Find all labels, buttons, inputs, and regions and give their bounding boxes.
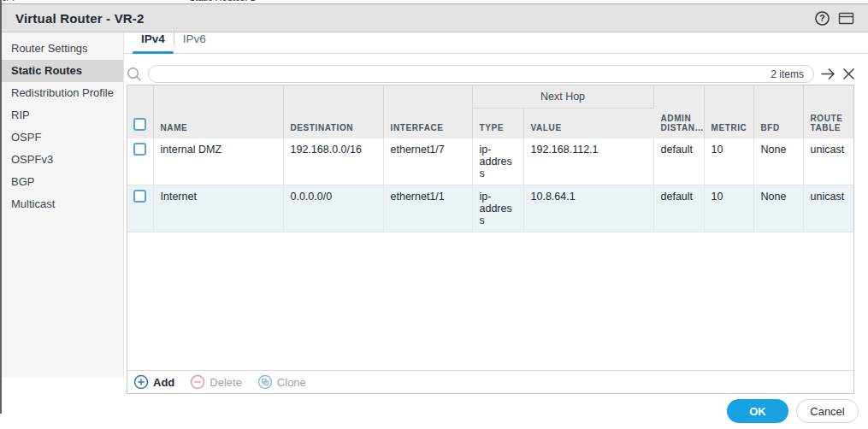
column-header-name[interactable]: NAME	[153, 85, 283, 138]
table-row[interactable]: internal DMZ 192.168.0.0/16 ethernet1/7 …	[127, 138, 853, 185]
background-page-sliver: 0/4 Static Routes: 1	[0, 0, 868, 3]
cell-destination: 192.168.0.0/16	[283, 138, 383, 185]
search-row: 2 items	[127, 65, 855, 83]
sidebar-item-ospf[interactable]: OSPF	[0, 126, 123, 149]
tab-ipv6[interactable]: IPv6	[174, 32, 215, 53]
sidebar-item-static-routes[interactable]: Static Routes	[0, 60, 123, 82]
clone-icon	[257, 374, 273, 390]
column-header-bfd[interactable]: BFD	[753, 85, 803, 138]
sidebar-item-ospfv3[interactable]: OSPFv3	[0, 149, 123, 171]
sidebar-item-multicast[interactable]: Multicast	[0, 193, 123, 215]
clone-button-label: Clone	[277, 376, 306, 389]
help-button[interactable]: ?	[814, 10, 830, 26]
search-icon[interactable]	[127, 67, 142, 82]
cell-destination: 0.0.0.0/0	[283, 185, 383, 232]
column-header-route-table[interactable]: ROUTE TABLE	[803, 85, 853, 138]
static-routes-table: NAME DESTINATION INTERFACE Next Hop ADMI…	[127, 85, 854, 394]
cell-route-table: unicast	[803, 138, 853, 185]
tab-bar: IPv4 IPv6	[124, 32, 868, 54]
add-button[interactable]: Add	[133, 374, 174, 390]
dialog-titlebar: Virtual Router - VR-2 ?	[0, 3, 868, 32]
background-text-fragment: 0/4	[2, 0, 15, 3]
cell-value: 192.168.112.1	[523, 138, 653, 185]
window-button[interactable]	[838, 11, 854, 26]
table-row[interactable]: Internet 0.0.0.0/0 ethernet1/1 ip-addres…	[127, 185, 853, 232]
row-checkbox[interactable]	[133, 143, 146, 156]
cell-name: Internet	[153, 185, 283, 232]
help-icon: ?	[814, 10, 830, 26]
column-header-type[interactable]: TYPE	[472, 108, 523, 138]
delete-minus-icon	[190, 374, 205, 390]
column-header-value[interactable]: VALUE	[523, 108, 653, 138]
window-icon	[838, 11, 854, 26]
clear-filter-x-icon[interactable]	[842, 68, 855, 80]
cancel-button[interactable]: Cancel	[796, 399, 859, 423]
delete-button[interactable]: Delete	[190, 374, 242, 390]
dialog-footer: OK Cancel	[0, 399, 859, 423]
cell-interface: ethernet1/1	[383, 185, 472, 232]
column-header-destination[interactable]: DESTINATION	[283, 85, 383, 138]
add-plus-icon	[133, 374, 149, 390]
row-select-cell	[127, 185, 153, 232]
column-header-admin-distance[interactable]: ADMIN DISTAN…	[653, 85, 704, 138]
row-checkbox[interactable]	[133, 190, 146, 203]
select-all-checkbox[interactable]	[133, 118, 146, 131]
background-page-edge	[0, 0, 2, 414]
background-text-fragment: Static Routes: 1	[189, 0, 256, 3]
delete-button-label: Delete	[210, 376, 242, 389]
column-group-next-hop: Next Hop	[472, 85, 653, 108]
search-input[interactable]: 2 items	[148, 65, 814, 83]
ok-button[interactable]: OK	[727, 399, 788, 423]
column-header-metric[interactable]: METRIC	[704, 85, 753, 138]
clone-button[interactable]: Clone	[257, 374, 306, 390]
cell-bfd: None	[753, 138, 803, 185]
add-button-label: Add	[153, 376, 174, 389]
cell-value: 10.8.64.1	[523, 185, 653, 232]
dialog-title: Virtual Router - VR-2	[15, 11, 145, 26]
sidebar-item-bgp[interactable]: BGP	[0, 171, 123, 193]
cell-bfd: None	[753, 185, 803, 232]
cell-route-table: unicast	[803, 185, 853, 232]
cell-name: internal DMZ	[153, 138, 283, 185]
dialog-sidebar: Router Settings Static Routes Redistribu…	[0, 32, 124, 378]
cell-type: ip-address	[472, 138, 523, 185]
items-count-badge: 2 items	[771, 68, 804, 80]
cell-interface: ethernet1/7	[383, 138, 472, 185]
select-all-cell	[127, 85, 153, 138]
sidebar-item-router-settings[interactable]: Router Settings	[0, 38, 123, 60]
cell-admin-distance: default	[653, 138, 704, 185]
table-toolbar: Add Delete Clone	[127, 370, 853, 393]
tab-ipv4[interactable]: IPv4	[133, 32, 174, 53]
cell-metric: 10	[704, 185, 753, 232]
cell-type: ip-address	[472, 185, 523, 232]
row-select-cell	[127, 138, 153, 185]
sidebar-item-rip[interactable]: RIP	[0, 104, 123, 126]
column-header-interface[interactable]: INTERFACE	[383, 85, 472, 138]
table-empty-area	[127, 232, 853, 370]
svg-text:?: ?	[819, 13, 824, 23]
apply-filter-arrow-icon[interactable]	[820, 67, 836, 81]
cell-admin-distance: default	[653, 185, 704, 232]
cell-metric: 10	[704, 138, 753, 185]
sidebar-item-redistribution-profile[interactable]: Redistribution Profile	[0, 82, 123, 104]
